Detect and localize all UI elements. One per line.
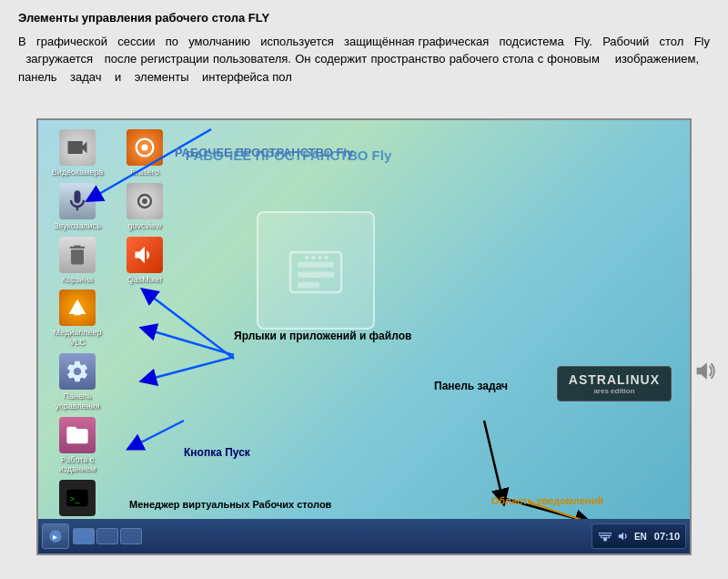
- svg-point-3: [142, 198, 147, 204]
- text-block: Элементы управления рабочего стола FLY В…: [18, 9, 710, 86]
- icon-label: Работа с изданием: [46, 455, 109, 475]
- astralinux-logo: ASTRALINUX ares edition: [557, 366, 672, 401]
- virtual-desktops: [73, 528, 142, 544]
- icon-videocamera[interactable]: Видеокамера: [46, 129, 109, 178]
- desktop-icons: Видеокамера Brasero Звукозапись: [46, 129, 177, 528]
- svg-rect-13: [311, 256, 315, 259]
- start-annotation: Кнопка Пуск: [184, 446, 250, 459]
- svg-rect-14: [318, 256, 321, 259]
- svg-rect-15: [325, 256, 329, 259]
- system-tray: EN 07:10: [592, 523, 686, 549]
- icon-label: QasMixer: [127, 275, 163, 285]
- svg-rect-5: [75, 312, 81, 316]
- icon-label: Brasero: [130, 168, 159, 178]
- center-icon-box: [257, 211, 375, 330]
- notifications-annotation: Область уведомлений: [491, 495, 603, 506]
- icon-label: Корзина: [62, 275, 93, 285]
- icon-vlc[interactable]: Медиаплеер VLC: [46, 290, 109, 348]
- icon-guvcview[interactable]: guvcview: [113, 183, 177, 231]
- shortcuts-annotation: Ярлыки и приложений и файлов: [234, 330, 411, 342]
- svg-rect-12: [305, 256, 308, 259]
- language-indicator[interactable]: EN: [634, 532, 647, 542]
- clock-display: 07:10: [654, 531, 680, 542]
- icon-control-panel[interactable]: Панель управления: [46, 353, 109, 411]
- volume-tray-icon[interactable]: [616, 529, 631, 543]
- icon-label: guvcview: [127, 221, 161, 231]
- workspace-annotation: РАБОЧЕЕ ПРОСТРАНСТВО Fly: [175, 146, 353, 159]
- vdesk-btn-1[interactable]: [73, 528, 95, 544]
- icon-qasmixer[interactable]: QasMixer: [113, 237, 177, 285]
- astralinux-sub: ares edition: [569, 387, 660, 395]
- vdesk-btn-3[interactable]: [120, 528, 142, 544]
- svg-marker-22: [697, 362, 707, 380]
- icon-brasero[interactable]: Brasero: [113, 129, 177, 178]
- svg-rect-18: [603, 538, 607, 542]
- icon-label: Медиаплеер VLC: [46, 328, 109, 348]
- astralinux-text: ASTRALINUX: [569, 372, 660, 387]
- svg-text:▶: ▶: [53, 534, 57, 540]
- vdesk-annotation: Менеджер виртуальных Рабочих столов: [129, 499, 331, 510]
- network-tray-icon[interactable]: [598, 529, 612, 543]
- icon-label: Звукозапись: [54, 221, 101, 231]
- svg-rect-20: [599, 533, 612, 536]
- page-container: Элементы управления рабочего стола FLY В…: [0, 0, 728, 579]
- page-description: В графической сессии по умолчанию исполь…: [18, 33, 710, 86]
- svg-marker-21: [619, 533, 623, 541]
- desktop-area: Видеокамера Brasero Звукозапись: [36, 118, 692, 555]
- icon-work[interactable]: Работа с изданием: [46, 417, 109, 475]
- svg-rect-10: [298, 272, 334, 278]
- taskpanel-annotation: Панель задач: [434, 380, 508, 392]
- icon-label: Панель управления: [46, 391, 109, 411]
- svg-rect-9: [298, 261, 334, 267]
- svg-marker-4: [69, 300, 86, 314]
- page-title: Элементы управления рабочего стола FLY: [18, 9, 710, 27]
- taskbar: ▶: [38, 519, 690, 554]
- start-button[interactable]: ▶: [42, 523, 69, 549]
- svg-rect-11: [298, 282, 319, 288]
- svg-point-1: [142, 145, 148, 151]
- vdesk-btn-2[interactable]: [96, 528, 118, 544]
- icon-sound-record[interactable]: Звукозапись: [46, 183, 109, 231]
- icon-label: Видеокамера: [52, 168, 104, 178]
- svg-text:>_: >_: [70, 494, 80, 503]
- speaker-icon-area: [692, 358, 719, 390]
- icon-trash[interactable]: Корзина: [46, 237, 109, 285]
